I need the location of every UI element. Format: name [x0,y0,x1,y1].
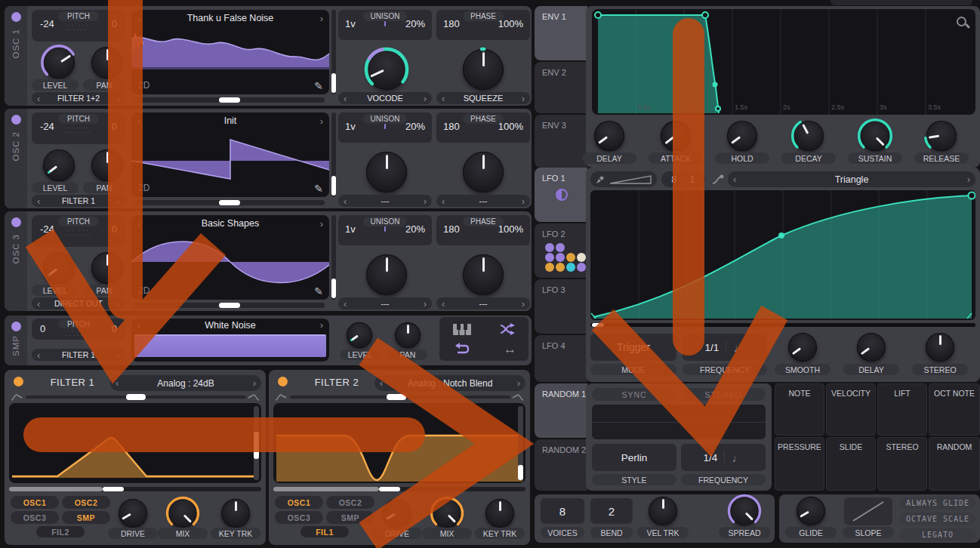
keyboard-icon[interactable] [453,324,471,335]
filter2-input-osc2[interactable]: OSC2 [326,496,374,509]
osc1-transpose[interactable]: -24 [40,18,54,29]
smp-sample-name[interactable]: White Noise [131,320,329,331]
tab-random1[interactable]: RANDOM 1 [535,383,587,438]
filter2-keytrack-knob[interactable] [485,499,514,528]
osc3-mod-a-knob[interactable] [366,254,407,295]
edit-pencil-icon[interactable]: ✎ [314,80,323,92]
tab-env2[interactable]: ENV 2 [535,62,587,113]
osc2-mod-a-knob[interactable] [366,152,407,192]
velocity-track-knob[interactable] [649,497,677,525]
osc3-level-knob[interactable] [43,252,75,284]
env-sustain-knob[interactable] [860,121,890,151]
filter2-model-selector[interactable]: ‹ Analog : Notch Blend › [374,375,525,391]
smp-routing-selector[interactable]: ‹ FILTER 1 › [32,349,125,361]
mod-source-lift[interactable]: LIFT [877,383,927,436]
osc3-phase-random[interactable]: 100% [498,223,523,235]
osc2-pitch-box[interactable]: -24 PITCH ·· ·········· 0 [32,112,125,144]
chevron-right-icon[interactable]: › [522,299,525,309]
osc2-wavetable-name[interactable]: Init [131,115,329,126]
osc3-wavetable-name[interactable]: Basic Shapes [131,218,329,229]
osc2-mod-b-knob[interactable] [463,152,504,192]
osc1-routing-selector[interactable]: ‹ FILTER 1+2 › [32,92,125,104]
osc2-pan-knob[interactable] [91,149,123,181]
osc3-pan-knob[interactable] [91,252,123,284]
osc3-mod-a-selector[interactable]: ‹---› [338,297,432,309]
chevron-right-icon[interactable]: › [117,94,120,103]
osc2-unison-voices[interactable]: 1v [345,121,356,132]
osc1-mod-a-knob[interactable] [366,49,407,90]
chevron-left-icon[interactable]: ‹ [442,94,445,103]
smooth-curve-icon[interactable] [711,174,724,186]
filter1-input-osc3[interactable]: OSC3 [11,511,59,524]
filter1-response-display[interactable] [9,403,261,483]
chevron-left-icon[interactable]: ‹ [380,378,383,388]
lfo-paint-tool[interactable] [590,171,657,187]
chevron-right-icon[interactable]: › [424,299,427,309]
filter2-input-smp[interactable]: SMP [326,511,374,524]
lfo-grid-selector[interactable]: 8 - 1 [661,171,705,187]
osc1-view-mode[interactable]: 2D [138,80,149,91]
osc2-wavetable-display[interactable]: ‹ Init › 2D ✎ [131,112,329,197]
mod-source-pressure[interactable]: PRESSURE [775,437,824,491]
chevron-right-icon[interactable]: › [424,196,427,206]
chevron-left-icon[interactable]: ‹ [37,196,40,206]
chevron-left-icon[interactable]: ‹ [442,196,445,206]
osc2-frame-slider[interactable] [331,112,336,197]
filter2-power-toggle[interactable] [278,377,288,386]
osc2-mod-a-selector[interactable]: ‹---› [338,195,432,207]
osc2-level-knob[interactable] [43,149,75,181]
filter1-keytrack-knob[interactable] [221,499,250,528]
osc2-phase-random[interactable]: 100% [498,121,523,132]
chevron-right-icon[interactable]: › [320,14,323,23]
filter1-input-osc1[interactable]: OSC1 [11,496,59,509]
filter1-drive-knob[interactable] [119,499,147,528]
osc3-unison-box[interactable]: 1v UNISON 20% [338,215,432,245]
envelope-display[interactable]: 0.5s 1s 1.5s 2s 2.5s 3s 3.5s [592,9,975,115]
random-frequency-box[interactable]: 1/4 ♩ [681,444,766,471]
osc3-phase[interactable]: 180 [443,223,460,235]
random-stereo-toggle[interactable]: STEREO [681,388,766,401]
osc3-frame-scrollbar[interactable] [134,303,325,308]
osc1-pitch-box[interactable]: -24 PITCH ·· ·········· 0 [32,10,125,42]
lfo-display[interactable] [590,190,975,320]
filter2-cutoff-slider[interactable] [290,396,510,399]
filter2-resonance-slider[interactable] [518,406,523,480]
osc3-tune[interactable]: 0 [112,223,117,235]
osc3-wavetable-display[interactable]: ‹ Basic Shapes › 2D ✎ [131,215,329,300]
randomize-shuffle-icon[interactable] [500,323,516,335]
smp-pan-knob[interactable] [395,322,421,348]
voices-value-box[interactable]: 8 [541,498,584,524]
chevron-right-icon[interactable]: › [253,378,256,388]
lfo-delay-knob[interactable] [857,333,886,362]
env-attack-knob[interactable] [661,121,691,151]
glide-knob[interactable] [797,497,825,525]
osc2-frame-scrollbar[interactable] [134,200,325,205]
osc3-transpose[interactable]: -24 [40,223,54,235]
mod-source-slide[interactable]: SLIDE [826,437,876,491]
osc1-mod-b-knob[interactable] [463,49,504,90]
tab-env3[interactable]: ENV 3 [535,115,587,168]
osc1-phase-box[interactable]: 180 PHASE 100% [436,10,530,40]
osc2-unison-detune[interactable]: 20% [405,121,425,132]
osc1-tune[interactable]: 0 [112,18,117,29]
osc1-unison-voices[interactable]: 1v [345,18,356,29]
filter2-bottom-slider[interactable] [273,487,525,491]
osc1-level-knob[interactable] [43,47,75,79]
osc2-tune[interactable]: 0 [112,121,117,132]
tab-random2[interactable]: RANDOM 2 [535,439,587,491]
smp-level-knob[interactable] [347,322,372,348]
osc3-unison-voices[interactable]: 1v [345,223,356,235]
chevron-left-icon[interactable]: ‹ [344,196,347,206]
smp-power-toggle[interactable] [11,322,21,331]
env-delay-knob[interactable] [594,121,624,151]
osc3-routing-selector[interactable]: ‹ DIRECT OUT › [32,297,125,309]
filter1-link-fil2[interactable]: FIL2 [36,526,85,537]
mod-source-oct-note[interactable]: OCT NOTE [929,383,980,436]
mod-source-note[interactable]: NOTE [775,383,824,436]
osc3-mod-b-knob[interactable] [463,254,504,295]
edit-pencil-icon[interactable]: ✎ [314,285,323,297]
osc2-mod-b-selector[interactable]: ‹---› [436,195,530,207]
osc1-unison-box[interactable]: 1v UNISON 20% [338,10,432,40]
osc1-phase[interactable]: 180 [443,18,460,29]
chevron-right-icon[interactable]: › [320,219,323,229]
